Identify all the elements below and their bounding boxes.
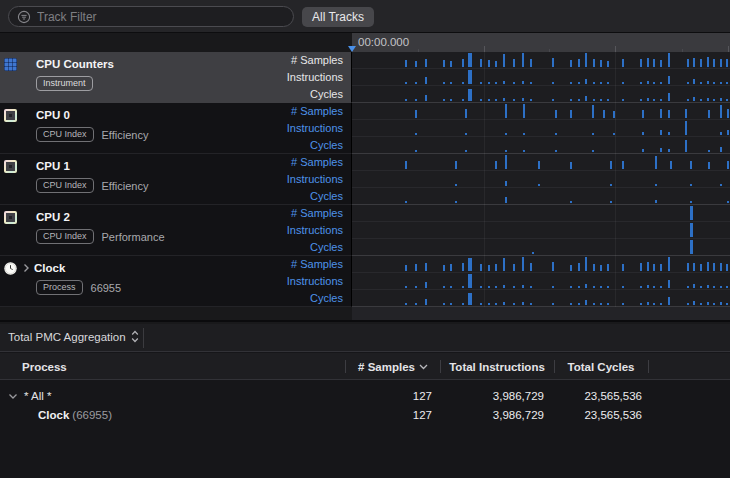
sample-bar [622, 161, 624, 169]
lane-label-instructions[interactable]: Instructions [233, 273, 343, 290]
playhead-marker-icon[interactable] [348, 46, 356, 52]
sample-bar [513, 82, 515, 84]
sample-bar [653, 99, 655, 101]
track-row-clock[interactable]: Clock Process 66955 # Samples Instructio… [0, 256, 730, 307]
expand-chevron-icon[interactable] [8, 393, 18, 400]
track-head[interactable]: CPU 1 CPU Index Efficiency # Samples Ins… [0, 154, 352, 205]
lane-label-samples[interactable]: # Samples [233, 103, 343, 120]
samples-lane[interactable] [352, 52, 730, 69]
sample-bar [640, 82, 642, 84]
track-row-cpu-0[interactable]: CPU 0 CPU Index Efficiency # Samples Ins… [0, 103, 730, 154]
instructions-lane[interactable] [352, 171, 730, 188]
clock-app-icon [4, 262, 17, 275]
column-header-samples[interactable]: # Samples [345, 353, 441, 380]
lane-label-instructions[interactable]: Instructions [233, 69, 343, 86]
cpu-core-icon [4, 211, 17, 224]
track-head[interactable]: CPU 0 CPU Index Efficiency # Samples Ins… [0, 103, 352, 154]
sample-bar [578, 99, 580, 101]
sample-bar [488, 60, 490, 67]
sample-bar [585, 96, 587, 101]
track-row-cpu-counters[interactable]: CPU Counters Instrument # Samples Instru… [0, 52, 730, 103]
sample-bar [700, 303, 702, 305]
track-subtitle: 66955 [91, 282, 122, 294]
lane-label-samples[interactable]: # Samples [233, 154, 343, 171]
time-ruler[interactable]: 00:00.000 [352, 33, 730, 52]
sample-bar [462, 263, 464, 271]
track-head[interactable]: CPU Counters Instrument # Samples Instru… [0, 52, 352, 103]
sample-bar [660, 60, 662, 67]
track-timeline[interactable] [352, 205, 730, 256]
lane-label-samples[interactable]: # Samples [233, 52, 343, 69]
instructions-lane[interactable] [352, 222, 730, 239]
track-filter-field[interactable] [8, 6, 294, 27]
instructions-lane[interactable] [352, 69, 730, 86]
lane-label-cycles[interactable]: Cycles [233, 86, 343, 103]
sample-bar [610, 161, 612, 169]
cycles-lane[interactable] [352, 137, 730, 154]
sample-bar [592, 133, 594, 135]
lane-label-cycles[interactable]: Cycles [233, 188, 343, 205]
column-header-total-instructions[interactable]: Total Instructions [440, 353, 554, 380]
track-timeline[interactable] [352, 103, 730, 154]
sample-bar [450, 99, 452, 101]
lane-label-instructions[interactable]: Instructions [233, 120, 343, 137]
sample-bar [727, 130, 729, 135]
sample-bar [670, 161, 672, 169]
cycles-lane[interactable] [352, 86, 730, 103]
track-head[interactable]: CPU 2 CPU Index Performance # Samples In… [0, 205, 352, 256]
sample-bar [647, 285, 649, 288]
cpu-core-icon [4, 109, 17, 122]
sample-bar [726, 286, 728, 288]
samples-lane[interactable] [352, 154, 730, 171]
samples-lane[interactable] [352, 103, 730, 120]
track-filter-input[interactable] [37, 10, 285, 24]
lane-label-samples[interactable]: # Samples [233, 205, 343, 222]
lane-label-cycles[interactable]: Cycles [233, 290, 343, 307]
track-timeline[interactable] [352, 256, 730, 307]
column-header-total-cycles[interactable]: Total Cycles [554, 353, 648, 380]
column-header-process[interactable]: Process [22, 353, 67, 380]
sample-bar [685, 121, 687, 135]
sample-bar [552, 262, 554, 271]
lane-label-instructions[interactable]: Instructions [233, 171, 343, 188]
sample-bar [462, 303, 464, 305]
track-row-cpu-2[interactable]: CPU 2 CPU Index Performance # Samples In… [0, 205, 730, 256]
track-timeline[interactable] [352, 52, 730, 103]
all-tracks-button[interactable]: All Tracks [302, 7, 374, 27]
track-head[interactable]: Clock Process 66955 # Samples Instructio… [0, 256, 352, 307]
cycles-lane[interactable] [352, 188, 730, 205]
cycles-lane[interactable] [352, 290, 730, 307]
cycles-lane[interactable] [352, 239, 730, 256]
sample-bar [425, 299, 427, 305]
table-row-all[interactable]: * All * 127 3,986,729 23,565,536 [0, 388, 730, 407]
sample-bar [690, 184, 692, 186]
instructions-lane[interactable] [352, 120, 730, 137]
sample-bar [600, 82, 602, 84]
samples-lane[interactable] [352, 256, 730, 273]
track-timeline[interactable] [352, 154, 730, 205]
instructions-lane[interactable] [352, 273, 730, 290]
track-row-cpu-1[interactable]: CPU 1 CPU Index Efficiency # Samples Ins… [0, 154, 730, 205]
sample-bar [685, 109, 687, 118]
sample-bar [450, 61, 452, 67]
samples-lane[interactable] [352, 205, 730, 222]
lane-label-instructions[interactable]: Instructions [233, 222, 343, 239]
sample-bar [522, 98, 524, 101]
lane-label-cycles[interactable]: Cycles [233, 137, 343, 154]
disclosure-chevron-icon[interactable] [21, 263, 31, 273]
table-row-clock[interactable]: Clock(66955) 127 3,986,729 23,565,536 [0, 407, 730, 426]
sample-bar [660, 148, 662, 152]
sample-bar [530, 263, 532, 271]
lane-label-samples[interactable]: # Samples [233, 256, 343, 273]
sample-bar [600, 265, 602, 271]
pane-divider[interactable] [0, 307, 730, 322]
instructions-cell: 3,986,729 [444, 409, 544, 421]
sample-bar [707, 98, 709, 101]
track-subtitle: Performance [102, 231, 165, 243]
sample-bar [455, 161, 457, 169]
sample-bar [495, 286, 497, 288]
sample-bar [480, 99, 482, 101]
aggregation-selector[interactable]: Total PMC Aggregation [8, 330, 139, 343]
sample-bar [425, 95, 427, 101]
lane-label-cycles[interactable]: Cycles [233, 239, 343, 256]
